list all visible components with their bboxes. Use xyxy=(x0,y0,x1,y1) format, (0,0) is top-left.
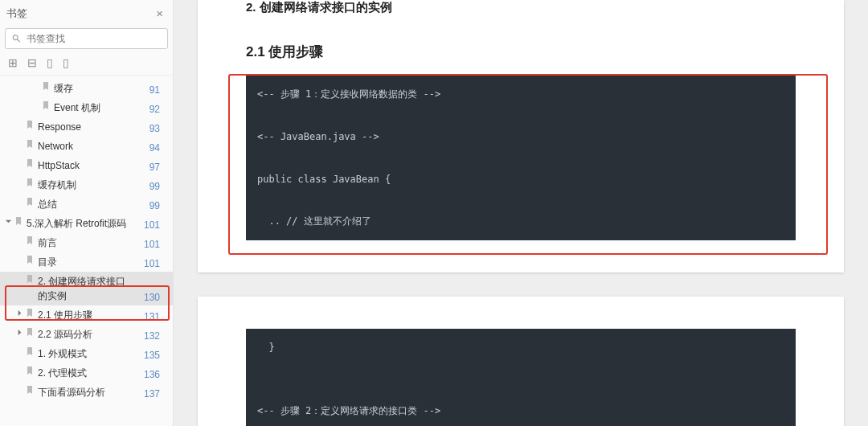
bookmark-icon xyxy=(25,178,35,187)
bookmark-tool-icon[interactable]: ▯ xyxy=(47,57,53,68)
bookmark-label: 下面看源码分析 xyxy=(38,385,105,399)
code-block-2: } <-- 步骤 2：定义网络请求的接口类 --> xyxy=(246,329,796,426)
bookmark-page: 93 xyxy=(149,123,168,134)
arrow-spacer xyxy=(16,366,23,373)
bookmark-page: 101 xyxy=(144,239,168,250)
arrow-spacer xyxy=(32,100,39,108)
arrow-spacer xyxy=(16,385,23,392)
bookmark-label: 目录 xyxy=(38,255,57,269)
bookmark-page: 131 xyxy=(144,311,168,322)
bookmark-icon xyxy=(25,385,35,395)
search-input[interactable] xyxy=(5,28,168,49)
close-icon[interactable]: × xyxy=(153,5,166,22)
bookmark-icon xyxy=(25,308,35,317)
bookmark-page: 99 xyxy=(149,200,168,211)
bookmark-label: 缓存机制 xyxy=(38,178,76,192)
arrow-spacer xyxy=(16,274,23,281)
bookmark-page: 132 xyxy=(144,330,168,342)
arrow-spacer xyxy=(16,158,23,166)
arrow-spacer xyxy=(16,139,23,146)
chevron-down-icon[interactable] xyxy=(5,216,12,223)
bookmark-item[interactable]: 5.深入解析 Retrofit源码101 xyxy=(0,214,173,233)
bookmark-sidebar: 书签 × ⊞ ⊟ ▯ ▯ 缓存91Event 机制92Response93Net… xyxy=(0,0,174,426)
chevron-right-icon[interactable] xyxy=(16,327,23,334)
bookmark-icon xyxy=(25,120,35,129)
bookmark-item[interactable]: 前言101 xyxy=(0,233,173,252)
bookmark-item[interactable]: 2. 创建网络请求接口的实例130 xyxy=(0,272,173,305)
sidebar-header: 书签 × xyxy=(0,0,173,25)
arrow-spacer xyxy=(16,197,23,204)
collapse-all-icon[interactable]: ⊟ xyxy=(27,57,37,68)
bookmark-item[interactable]: 目录101 xyxy=(0,252,173,272)
sidebar-toolbar: ⊞ ⊟ ▯ ▯ xyxy=(0,54,173,76)
bookmark-tree[interactable]: 缓存91Event 机制92Response93Network94HttpSta… xyxy=(0,76,173,426)
bookmark-icon xyxy=(25,139,35,149)
document-viewport[interactable]: 2. 创建网络请求接口的实例 2.1 使用步骤 <-- 步骤 1：定义接收网络数… xyxy=(174,0,868,426)
bookmark-page: 99 xyxy=(149,181,168,192)
bookmark-item[interactable]: 2. 代理模式136 xyxy=(0,363,173,383)
bookmark-item[interactable]: 下面看源码分析137 xyxy=(0,383,173,402)
expand-all-icon[interactable]: ⊞ xyxy=(8,57,18,68)
bookmark-item[interactable]: 1. 外观模式135 xyxy=(0,344,173,363)
bookmark-item[interactable]: 2.1 使用步骤131 xyxy=(0,305,173,325)
arrow-spacer xyxy=(16,236,23,243)
bookmark-page: 136 xyxy=(144,369,168,380)
bookmark-icon xyxy=(25,366,35,375)
bookmark-item[interactable]: 总结99 xyxy=(0,195,173,214)
bookmark-item[interactable]: 2.2 源码分析132 xyxy=(0,325,173,344)
arrow-spacer xyxy=(16,120,23,127)
bookmark-icon xyxy=(14,216,23,226)
bookmark-icon xyxy=(25,236,35,245)
bookmark-label: 1. 外观模式 xyxy=(38,346,87,361)
bookmark-page: 137 xyxy=(144,388,168,399)
bookmark-icon xyxy=(41,81,51,91)
bookmark-icon xyxy=(41,100,51,110)
arrow-spacer xyxy=(16,346,23,354)
bookmark-icon xyxy=(25,158,35,168)
bookmark-icon xyxy=(25,346,35,356)
bookmark-page: 97 xyxy=(149,162,168,173)
arrow-spacer xyxy=(32,81,39,88)
arrow-spacer xyxy=(16,255,23,262)
bookmark-page: 130 xyxy=(144,292,168,303)
bookmark-icon xyxy=(25,327,35,337)
bookmark-page: 135 xyxy=(144,350,168,361)
bookmark-icon xyxy=(25,255,35,264)
code-block-1: <-- 步骤 1：定义接收网络数据的类 --> <-- JavaBean.jav… xyxy=(246,76,796,240)
subsection-heading: 2.1 使用步骤 xyxy=(246,43,796,61)
bookmark-label: 2.2 源码分析 xyxy=(38,327,92,342)
bookmark-label: Network xyxy=(38,139,73,154)
chevron-right-icon[interactable] xyxy=(16,308,23,315)
bookmark-tool2-icon[interactable]: ▯ xyxy=(63,57,69,68)
bookmark-page: 91 xyxy=(149,84,168,96)
bookmark-item[interactable]: 缓存机制99 xyxy=(0,175,173,195)
bookmark-item[interactable]: Network94 xyxy=(0,137,173,156)
bookmark-label: 总结 xyxy=(38,197,57,211)
document-page-1: 2. 创建网络请求接口的实例 2.1 使用步骤 <-- 步骤 1：定义接收网络数… xyxy=(198,0,844,272)
bookmark-icon xyxy=(25,274,35,284)
sidebar-title: 书签 xyxy=(6,6,27,21)
bookmark-item[interactable]: Event 机制92 xyxy=(0,98,173,117)
bookmark-item[interactable]: HttpStack97 xyxy=(0,156,173,175)
search-icon xyxy=(11,34,22,44)
bookmark-page: 94 xyxy=(149,142,168,154)
bookmark-item[interactable]: Response93 xyxy=(0,117,173,137)
bookmark-label: 2. 创建网络请求接口的实例 xyxy=(38,274,134,303)
bookmark-label: 5.深入解析 Retrofit源码 xyxy=(27,216,126,231)
bookmark-page: 92 xyxy=(149,104,168,115)
search-box xyxy=(5,28,168,49)
bookmark-page: 101 xyxy=(144,258,168,269)
bookmark-label: Response xyxy=(38,120,81,134)
bookmark-label: HttpStack xyxy=(38,158,80,173)
bookmark-label: Event 机制 xyxy=(54,100,100,115)
bookmark-label: 前言 xyxy=(38,236,57,250)
bookmark-page: 101 xyxy=(144,219,168,231)
bookmark-item[interactable]: 缓存91 xyxy=(0,79,173,98)
arrow-spacer xyxy=(16,178,23,185)
bookmark-label: 2. 代理模式 xyxy=(38,366,87,380)
bookmark-icon xyxy=(25,197,35,207)
bookmark-label: 缓存 xyxy=(54,81,73,96)
section-heading: 2. 创建网络请求接口的实例 xyxy=(246,0,796,15)
bookmark-label: 2.1 使用步骤 xyxy=(38,308,92,322)
document-page-2: } <-- 步骤 2：定义网络请求的接口类 --> xyxy=(198,297,844,426)
